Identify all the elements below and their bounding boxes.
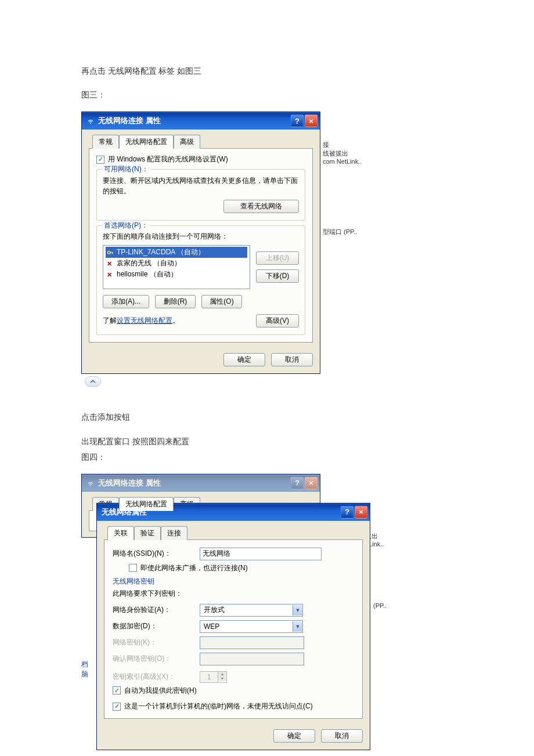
group-legend: 可用网络(N)： bbox=[102, 164, 151, 174]
chevron-down-icon: ▼ bbox=[293, 605, 302, 615]
doc-paragraph: 出现配置窗口 按照图四来配置 bbox=[81, 434, 453, 449]
ssid-label: 网络名(SSID)(N)： bbox=[113, 549, 194, 559]
doc-paragraph: 点击添加按钮 bbox=[81, 410, 453, 424]
adhoc-network-checkbox[interactable]: ✓ 这是一个计算机到计算机的(临时)网络，未使用无线访问点(C) bbox=[113, 701, 313, 711]
figure-4: 被拔出 NetLink.. 端口 (PP.. 档脑 无线网络连接 属性 ? × bbox=[81, 474, 395, 706]
select-value: WEP bbox=[204, 622, 219, 631]
bg-text: com NetLink.. bbox=[323, 158, 362, 165]
network-name: TP-LINK_7ACDDA （自动） bbox=[117, 247, 205, 257]
checkbox-label: 即使此网络未广播，也进行连接(N) bbox=[140, 563, 248, 573]
close-button[interactable]: × bbox=[305, 477, 317, 489]
key-index-stepper: 1 ▲▼ bbox=[200, 671, 227, 683]
tab-wireless-config[interactable]: 无线网络配置 bbox=[119, 497, 174, 511]
tab-general[interactable]: 常规 bbox=[92, 135, 119, 149]
cancel-button[interactable]: 取消 bbox=[321, 729, 363, 743]
preferred-networks-group: 首选网络(P)： 按下面的顺序自动连接到一个可用网络： TP-LINK_7ACD… bbox=[96, 225, 305, 335]
list-item[interactable]: ✕ hellosmile （自动） bbox=[106, 269, 247, 280]
unavailable-network-icon: ✕ bbox=[107, 271, 114, 278]
check-icon: ✓ bbox=[113, 686, 121, 694]
tab-connection[interactable]: 连接 bbox=[161, 526, 187, 540]
tab-advanced[interactable]: 高级 bbox=[174, 135, 200, 149]
confirm-key-label: 确认网络密钥(O)： bbox=[113, 654, 194, 664]
checkbox-label: 这是一个计算机到计算机的(临时)网络，未使用无线访问点(C) bbox=[124, 701, 313, 711]
secured-network-icon bbox=[107, 249, 114, 256]
list-item[interactable]: TP-LINK_7ACDDA （自动） bbox=[106, 247, 247, 258]
close-button[interactable]: × bbox=[355, 506, 367, 519]
select-value: 开放式 bbox=[204, 605, 225, 615]
network-key-input bbox=[200, 636, 304, 649]
bg-text: 型端口 (PP.. bbox=[323, 228, 357, 235]
group-description: 按下面的顺序自动连接到一个可用网络： bbox=[103, 232, 299, 242]
doc-paragraph: 图四： bbox=[81, 450, 453, 465]
chevron-down-icon: ▼ bbox=[218, 676, 226, 681]
section-title: 无线网络密钥 bbox=[113, 575, 354, 588]
group-legend: 首选网络(P)： bbox=[102, 221, 150, 231]
view-wireless-networks-button[interactable]: 查看无线网络 bbox=[223, 200, 299, 213]
ok-button[interactable]: 确定 bbox=[273, 729, 315, 743]
tab-authentication[interactable]: 验证 bbox=[134, 526, 161, 540]
collapse-button[interactable] bbox=[85, 376, 101, 387]
tab-panel: ✓ 用 Windows 配置我的无线网络设置(W) 可用网络(N)： 要连接、断… bbox=[89, 148, 313, 343]
auth-label: 网络身份验证(A)： bbox=[113, 605, 194, 615]
setup-wireless-link[interactable]: 设置无线网络配置 bbox=[117, 316, 172, 325]
svg-rect-2 bbox=[112, 252, 113, 254]
help-button[interactable]: ? bbox=[291, 114, 304, 127]
tab-wireless-config[interactable]: 无线网络配置 bbox=[119, 135, 174, 149]
advanced-button[interactable]: 高级(V) bbox=[256, 314, 299, 327]
add-button[interactable]: 添加(A)... bbox=[103, 295, 149, 308]
move-down-button[interactable]: 下移(D) bbox=[256, 269, 299, 283]
wireless-icon bbox=[86, 479, 95, 487]
ssid-input[interactable] bbox=[200, 548, 322, 560]
check-icon: ✓ bbox=[113, 703, 121, 711]
tab-association[interactable]: 关联 bbox=[107, 526, 134, 540]
titlebar[interactable]: 无线网络连接 属性 ? × bbox=[82, 112, 320, 129]
move-up-button: 上移(U) bbox=[256, 251, 299, 265]
connect-even-if-not-broadcasting-checkbox[interactable]: ✓ 即使此网络未广播，也进行连接(N) bbox=[129, 563, 248, 573]
chevron-up-icon: ▲ bbox=[218, 672, 226, 676]
network-authentication-select[interactable]: 开放式 ▼ bbox=[200, 604, 303, 617]
cancel-button[interactable]: 取消 bbox=[271, 353, 313, 366]
tab-strip: 常规 无线网络配置 高级 bbox=[89, 135, 313, 149]
check-icon: ✓ bbox=[129, 564, 137, 572]
dialog-footer: 确定 取消 bbox=[82, 348, 320, 373]
available-networks-group: 可用网络(N)： 要连接、断开区域内无线网络或查找有关更多信息，请单击下面的按钮… bbox=[96, 169, 305, 221]
encryption-label: 数据加密(D)： bbox=[113, 621, 194, 631]
dialog-title: 无线网络连接 属性 bbox=[98, 116, 291, 126]
properties-button[interactable]: 属性(O) bbox=[201, 295, 242, 308]
preferred-networks-list[interactable]: TP-LINK_7ACDDA （自动） ✕ 袁家的无线 （自动） ✕ hello… bbox=[103, 245, 250, 289]
confirm-key-input bbox=[200, 653, 304, 665]
wireless-network-properties-dialog: 无线网络属性 ? × 关联 验证 连接 网络名(SSID)(N)： bbox=[96, 503, 370, 750]
help-button[interactable]: ? bbox=[291, 477, 304, 489]
network-name: hellosmile （自动） bbox=[117, 269, 178, 279]
bg-text: 线被拔出 bbox=[323, 150, 348, 157]
bg-text: 接 bbox=[323, 141, 329, 148]
remove-button[interactable]: 删除(R) bbox=[155, 295, 196, 308]
check-icon: ✓ bbox=[96, 156, 104, 164]
provide-key-automatically-checkbox[interactable]: ✓ 自动为我提供此密钥(H) bbox=[113, 686, 197, 696]
data-encryption-select[interactable]: WEP ▼ bbox=[200, 620, 303, 633]
use-windows-checkbox[interactable]: ✓ 用 Windows 配置我的无线网络设置(W) bbox=[96, 154, 228, 164]
list-item[interactable]: ✕ 袁家的无线 （自动） bbox=[106, 258, 247, 269]
checkbox-label: 自动为我提供此密钥(H) bbox=[124, 686, 197, 696]
close-button[interactable]: × bbox=[305, 114, 317, 127]
chevron-down-icon: ▼ bbox=[293, 621, 302, 632]
unavailable-network-icon: ✕ bbox=[107, 260, 114, 267]
sidebar-fragment: 档脑 bbox=[81, 660, 88, 679]
stepper-value: 1 bbox=[200, 672, 218, 682]
section-desc: 此网络要求下列密钥： bbox=[113, 588, 354, 602]
wireless-properties-dialog: 无线网络连接 属性 ? × 常规 无线网络配置 高级 ✓ 用 Windows 配… bbox=[81, 111, 320, 374]
dialog-title: 无线网络连接 属性 bbox=[98, 478, 291, 488]
wireless-icon bbox=[86, 117, 95, 125]
key-index-label: 密钥索引(高级)(X)： bbox=[113, 672, 194, 682]
doc-paragraph: 图三： bbox=[81, 88, 453, 102]
doc-paragraph: 再点击 无线网络配置 标签 如图三 bbox=[81, 64, 453, 78]
checkbox-label: 用 Windows 配置我的无线网络设置(W) bbox=[108, 154, 228, 164]
help-button[interactable]: ? bbox=[341, 506, 353, 519]
group-description: 要连接、断开区域内无线网络或查找有关更多信息，请单击下面的按钮。 bbox=[103, 175, 299, 196]
titlebar[interactable]: 无线网络连接 属性 ? × bbox=[82, 474, 320, 492]
learn-text: 了解设置无线网络配置。 bbox=[103, 316, 179, 326]
ok-button[interactable]: 确定 bbox=[223, 353, 265, 366]
figure-3: 接 线被拔出 com NetLink.. 型端口 (PP.. 无线网络连接 属性… bbox=[81, 111, 377, 387]
network-key-label: 网络密钥(K)： bbox=[113, 638, 194, 647]
network-name: 袁家的无线 （自动） bbox=[117, 258, 181, 268]
